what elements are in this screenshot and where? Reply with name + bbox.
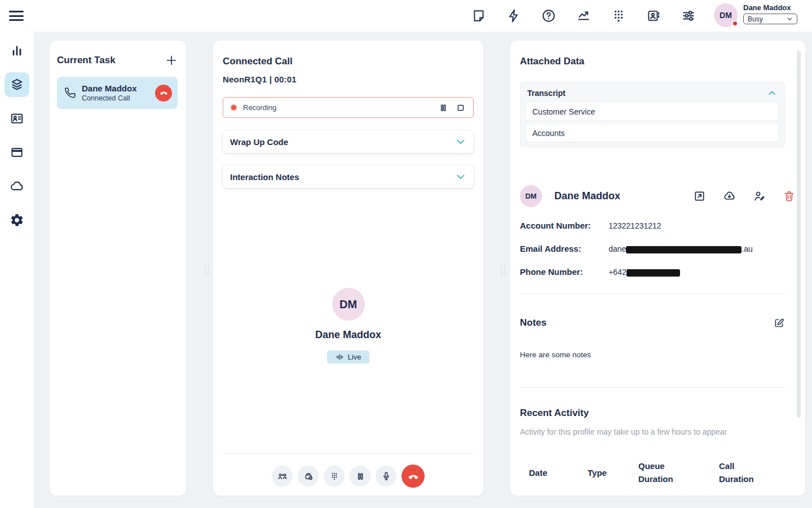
phone-row: Phone Number: +642 bbox=[520, 267, 680, 277]
phone-icon bbox=[64, 87, 77, 99]
dialpad-icon[interactable] bbox=[611, 8, 626, 23]
mute-button[interactable] bbox=[376, 466, 396, 487]
attached-data-title: Attached Data bbox=[520, 56, 584, 67]
redaction-bar bbox=[626, 246, 742, 253]
profile-actions bbox=[693, 190, 796, 203]
sidebar-item-cloud[interactable] bbox=[5, 174, 29, 199]
call-panel-title: Connected Call bbox=[223, 56, 293, 67]
profile-row: DM Dane Maddox bbox=[520, 185, 796, 207]
contacts-icon[interactable] bbox=[646, 8, 661, 23]
edit-notes-icon[interactable] bbox=[773, 317, 785, 329]
pause-recording-icon[interactable] bbox=[438, 102, 449, 113]
interaction-notes-label: Interaction Notes bbox=[230, 172, 299, 182]
sidebar-item-browser[interactable] bbox=[5, 140, 29, 165]
phone-label: Phone Number: bbox=[520, 267, 606, 277]
sliders-icon[interactable] bbox=[681, 8, 696, 23]
attached-data-panel: Attached Data Transcript Customer Servic… bbox=[510, 41, 805, 496]
profile-avatar: DM bbox=[520, 185, 542, 207]
controls-divider bbox=[223, 453, 474, 454]
end-call-icon bbox=[159, 88, 169, 98]
chevron-up-icon[interactable] bbox=[766, 87, 778, 99]
help-icon[interactable] bbox=[541, 8, 556, 23]
panel-resize-handle[interactable] bbox=[501, 265, 506, 276]
end-call-icon bbox=[407, 470, 420, 483]
mic-icon bbox=[381, 471, 392, 482]
live-label: Live bbox=[348, 353, 361, 361]
scrollbar[interactable] bbox=[797, 51, 801, 418]
window-icon bbox=[10, 145, 24, 160]
avatar-initials: DM bbox=[720, 11, 732, 20]
wrap-up-code-label: Wrap Up Code bbox=[230, 137, 288, 147]
profile-name: Dane Maddox bbox=[554, 190, 620, 202]
status-select[interactable]: Busy bbox=[743, 14, 797, 24]
call-controls bbox=[213, 465, 483, 488]
transfer-icon bbox=[277, 471, 288, 482]
email-row: Email Address: dane.au bbox=[520, 244, 753, 253]
top-bar: DM Dane Maddox Busy bbox=[0, 0, 812, 32]
chevron-down-icon[interactable] bbox=[454, 170, 467, 183]
open-external-icon[interactable] bbox=[693, 190, 706, 203]
queue-and-timer: NeonR1Q1 | 00:01 bbox=[223, 75, 297, 84]
redaction-bar bbox=[626, 269, 680, 277]
transcript-item[interactable]: Customer Service bbox=[526, 103, 778, 120]
chart-icon[interactable] bbox=[576, 8, 591, 23]
column-header-queue-duration: Queue Duration bbox=[638, 459, 719, 486]
top-bar-icons bbox=[471, 0, 696, 32]
interaction-notes-accordion[interactable]: Interaction Notes bbox=[223, 165, 474, 188]
current-task-title: Current Task bbox=[57, 55, 116, 66]
note-icon[interactable] bbox=[471, 8, 486, 23]
sidebar-item-contacts[interactable] bbox=[5, 106, 29, 131]
status-select-value: Busy bbox=[748, 15, 763, 23]
notes-content: Here are some notes bbox=[520, 351, 591, 359]
wrap-up-code-accordion[interactable]: Wrap Up Code bbox=[223, 130, 474, 153]
hold-button[interactable] bbox=[350, 466, 370, 487]
cloud-download-icon[interactable] bbox=[723, 190, 736, 203]
end-call-button[interactable] bbox=[155, 85, 172, 102]
delete-icon[interactable] bbox=[783, 190, 796, 203]
user-name: Dane Maddox bbox=[743, 3, 797, 12]
end-call-button[interactable] bbox=[401, 465, 425, 488]
layers-icon bbox=[10, 77, 24, 92]
settings-icon bbox=[10, 213, 24, 227]
sidebar-item-stats[interactable] bbox=[5, 38, 29, 63]
recording-dot-icon bbox=[231, 105, 236, 110]
cloud-icon bbox=[10, 179, 24, 194]
record-device-button[interactable] bbox=[298, 466, 319, 487]
sidebar-item-tasks[interactable] bbox=[5, 72, 29, 97]
sidebar-item-settings[interactable] bbox=[5, 208, 29, 233]
idcard-icon bbox=[10, 111, 24, 126]
recording-label: Recording bbox=[243, 103, 276, 112]
stop-recording-icon[interactable] bbox=[455, 102, 466, 113]
current-task-panel: Current Task Dane Maddox Connected Call bbox=[50, 41, 186, 496]
chevron-down-icon bbox=[787, 16, 793, 22]
transcript-card: Transcript Customer Service Accounts bbox=[520, 82, 785, 147]
transfer-button[interactable] bbox=[272, 466, 293, 487]
add-task-icon[interactable] bbox=[165, 54, 178, 67]
transcript-item[interactable]: Accounts bbox=[526, 124, 778, 142]
divider bbox=[520, 387, 785, 388]
hold-icon bbox=[355, 471, 366, 482]
waveform-icon bbox=[336, 353, 344, 361]
hamburger-icon[interactable] bbox=[9, 8, 25, 23]
avatar[interactable]: DM bbox=[714, 3, 738, 27]
account-number-label: Account Number: bbox=[520, 221, 606, 230]
recent-activity-subtitle: Activity for this profile may take up to… bbox=[520, 427, 727, 436]
account-number-value: 123221231212 bbox=[608, 221, 661, 230]
status-dot bbox=[732, 20, 738, 27]
lightning-icon[interactable] bbox=[506, 8, 521, 23]
user-cluster: DM Dane Maddox Busy bbox=[714, 3, 797, 27]
transcript-title: Transcript bbox=[527, 89, 566, 98]
task-card[interactable]: Dane Maddox Connected Call bbox=[57, 77, 178, 109]
edit-profile-icon[interactable] bbox=[753, 190, 766, 203]
left-rail bbox=[0, 32, 34, 508]
profile-initials: DM bbox=[525, 192, 536, 200]
panel-resize-handle[interactable] bbox=[204, 265, 210, 276]
column-header-type: Type bbox=[588, 466, 638, 479]
email-label: Email Address: bbox=[520, 244, 606, 253]
chevron-down-icon[interactable] bbox=[454, 135, 467, 148]
dialpad-button[interactable] bbox=[324, 466, 345, 487]
dialpad-icon bbox=[329, 471, 340, 482]
divider bbox=[520, 294, 785, 294]
column-header-call-duration: Call Duration bbox=[719, 459, 787, 486]
phone-value: +642 bbox=[608, 268, 680, 277]
